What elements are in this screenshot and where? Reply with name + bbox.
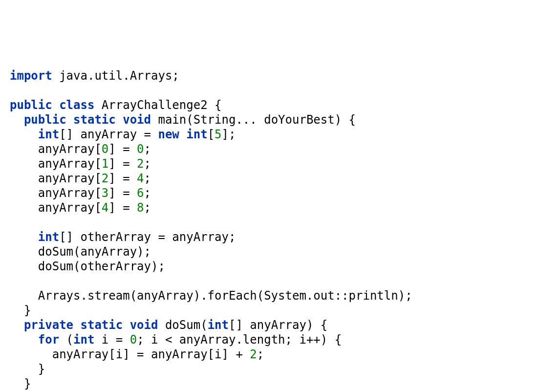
code-text: } bbox=[10, 304, 31, 317]
code-text: [] otherArray = anyArray; bbox=[59, 230, 236, 244]
code-text: ; i < anyArray.length; i++) { bbox=[137, 333, 342, 347]
type-int: int bbox=[208, 318, 229, 332]
code-text bbox=[179, 128, 186, 141]
number-literal: 1 bbox=[102, 157, 108, 171]
number-literal: 5 bbox=[215, 128, 221, 141]
code-line: int[] anyArray = new int[5]; bbox=[10, 128, 236, 141]
code-line: doSum(anyArray); bbox=[10, 245, 151, 259]
code-text: [ bbox=[208, 128, 215, 141]
code-text: anyArray[ bbox=[10, 142, 102, 156]
keyword-private: private bbox=[24, 318, 73, 332]
indent bbox=[10, 230, 38, 244]
keyword-public: public bbox=[10, 98, 52, 112]
number-literal: 2 bbox=[137, 157, 144, 171]
code-text: ]; bbox=[222, 128, 236, 141]
code-line: } bbox=[10, 362, 45, 376]
code-text: ] = bbox=[108, 157, 137, 171]
code-line: public class ArrayChallenge2 { bbox=[10, 98, 222, 112]
code-text: doSum(otherArray); bbox=[10, 260, 165, 273]
code-line: int[] otherArray = anyArray; bbox=[10, 230, 236, 244]
indent bbox=[10, 113, 24, 127]
code-text: ] = bbox=[108, 142, 137, 156]
type-int: int bbox=[38, 230, 59, 244]
code-text: ; bbox=[144, 186, 151, 200]
keyword-public: public bbox=[24, 113, 66, 127]
keyword-void: void bbox=[123, 113, 151, 127]
code-text: ] = bbox=[108, 201, 137, 215]
code-text: doSum(anyArray); bbox=[10, 245, 151, 259]
number-literal: 2 bbox=[250, 348, 257, 361]
code-text: ArrayChallenge2 { bbox=[94, 98, 221, 112]
code-text: ( bbox=[59, 333, 73, 347]
type-int: int bbox=[38, 128, 59, 141]
indent bbox=[10, 333, 38, 347]
code-text: anyArray[ bbox=[10, 201, 102, 215]
code-block: import java.util.Arrays; public class Ar… bbox=[10, 68, 550, 392]
keyword-new: new bbox=[158, 128, 179, 141]
keyword-for: for bbox=[38, 333, 59, 347]
code-text: [] anyArray = bbox=[59, 128, 158, 141]
keyword-static: static bbox=[81, 318, 123, 332]
code-text: [] anyArray) { bbox=[229, 318, 327, 332]
code-text: } bbox=[10, 362, 45, 376]
code-text: ; bbox=[144, 157, 151, 171]
code-line: anyArray[3] = 6; bbox=[10, 186, 151, 200]
code-text: ; bbox=[144, 201, 151, 215]
code-line: private static void doSum(int[] anyArray… bbox=[10, 318, 327, 332]
code-text: java.util.Arrays; bbox=[52, 69, 179, 83]
type-int: int bbox=[73, 333, 94, 347]
code-line: anyArray[1] = 2; bbox=[10, 157, 151, 171]
code-text: ; bbox=[257, 348, 264, 361]
number-literal: 6 bbox=[137, 186, 144, 200]
keyword-static: static bbox=[73, 113, 116, 127]
code-line: anyArray[2] = 4; bbox=[10, 172, 151, 185]
code-line: public static void main(String... doYour… bbox=[10, 113, 356, 127]
code-text: ; bbox=[144, 142, 151, 156]
code-line: doSum(otherArray); bbox=[10, 260, 165, 273]
number-literal: 2 bbox=[102, 172, 108, 185]
keyword-import: import bbox=[10, 69, 52, 83]
number-literal: 0 bbox=[130, 333, 137, 347]
code-text: anyArray[ bbox=[10, 172, 102, 185]
code-line: Arrays.stream(anyArray).forEach(System.o… bbox=[10, 289, 412, 303]
code-line: } bbox=[10, 304, 31, 317]
code-line: anyArray[i] = anyArray[i] + 2; bbox=[10, 348, 264, 361]
number-literal: 3 bbox=[102, 186, 108, 200]
code-text: i = bbox=[94, 333, 129, 347]
code-text: anyArray[i] = anyArray[i] + bbox=[10, 348, 250, 361]
code-line: import java.util.Arrays; bbox=[10, 69, 179, 83]
code-text: Arrays.stream(anyArray).forEach(System.o… bbox=[10, 289, 412, 303]
code-line: anyArray[0] = 0; bbox=[10, 142, 151, 156]
number-literal: 4 bbox=[137, 172, 144, 185]
code-text: ] = bbox=[108, 186, 137, 200]
type-int: int bbox=[186, 128, 207, 141]
number-literal: 0 bbox=[137, 142, 144, 156]
code-line: } bbox=[10, 377, 31, 391]
code-text: ] = bbox=[108, 172, 137, 185]
indent bbox=[10, 318, 24, 332]
keyword-class: class bbox=[59, 98, 94, 112]
keyword-void: void bbox=[130, 318, 158, 332]
number-literal: 0 bbox=[102, 142, 108, 156]
number-literal: 8 bbox=[137, 201, 144, 215]
code-text: anyArray[ bbox=[10, 186, 102, 200]
code-text: doSum( bbox=[158, 318, 207, 332]
code-text: main(String... doYourBest) { bbox=[151, 113, 356, 127]
number-literal: 4 bbox=[102, 201, 108, 215]
code-text: anyArray[ bbox=[10, 157, 102, 171]
indent bbox=[10, 128, 38, 141]
code-line: anyArray[4] = 8; bbox=[10, 201, 151, 215]
code-line: for (int i = 0; i < anyArray.length; i++… bbox=[10, 333, 342, 347]
code-text: } bbox=[10, 377, 31, 391]
code-text: ; bbox=[144, 172, 151, 185]
